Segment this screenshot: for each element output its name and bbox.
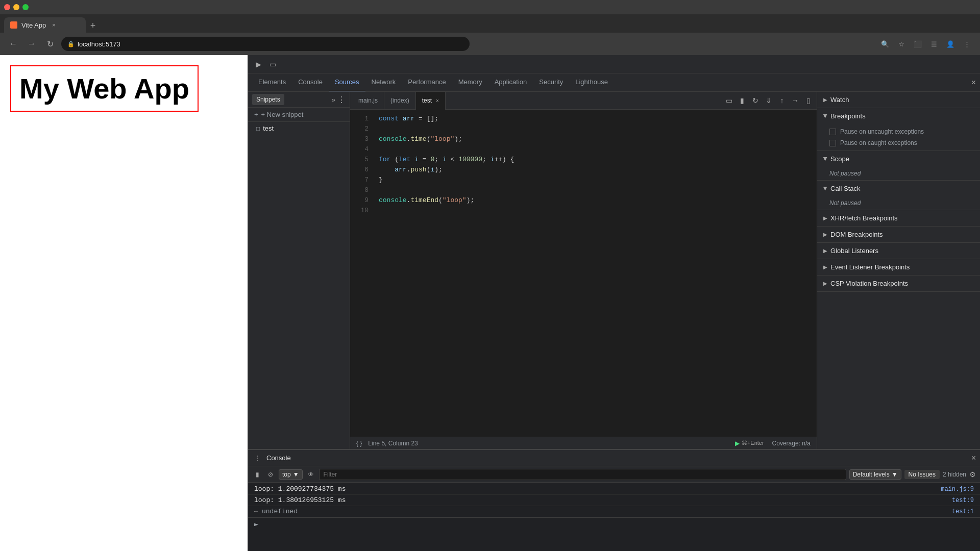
code-line-9: console.timeEnd("loop");	[375, 195, 817, 206]
snippet-item-test[interactable]: □ test	[248, 122, 350, 135]
step-into-button[interactable]: ↑	[776, 94, 788, 107]
tab-network[interactable]: Network	[365, 73, 402, 92]
code-editor: main.js (index) test × ▭ ▮ ↻	[350, 92, 817, 449]
tab-application[interactable]: Application	[488, 73, 533, 92]
tab-performance[interactable]: Performance	[402, 73, 452, 92]
tab-memory[interactable]: Memory	[452, 73, 488, 92]
run-snippet-button[interactable]: ▶ ⌘+Enter	[735, 440, 764, 447]
breakpoints-label: Breakpoints	[830, 112, 866, 120]
pause-caught-checkbox[interactable]	[829, 140, 836, 146]
editor-tabs: main.js (index) test × ▭ ▮ ↻	[350, 92, 817, 110]
console-context-select[interactable]: top ▼	[279, 469, 303, 480]
editor-tab-test-label: test	[422, 97, 432, 104]
step-out-button[interactable]: →	[789, 94, 801, 107]
title-bar	[0, 0, 980, 14]
event-section: ▶ Event Listener Breakpoints	[817, 259, 980, 276]
console-message-1-source[interactable]: main.js:9	[941, 486, 974, 493]
breakpoints-header[interactable]: ▶ Breakpoints	[817, 108, 980, 124]
watch-arrow-icon: ▶	[823, 97, 827, 103]
snippet-icon: □	[256, 125, 260, 132]
xhr-section: ▶ XHR/fetch Breakpoints	[817, 210, 980, 227]
pause-uncaught-checkbox[interactable]	[829, 129, 836, 135]
refresh-button[interactable]: ↻	[749, 94, 762, 107]
split-editor-button[interactable]: ▭	[723, 94, 735, 107]
console-settings-icon[interactable]: ⋮	[252, 453, 262, 463]
console-settings-gear[interactable]: ⚙	[969, 470, 976, 479]
tab-sources[interactable]: Sources	[329, 73, 365, 92]
address-bar[interactable]: 🔒 localhost:5173	[61, 37, 470, 51]
console-eye-button[interactable]: 👁	[306, 469, 316, 480]
coverage-text: Coverage: n/a	[772, 440, 811, 447]
pause-uncaught-item[interactable]: Pause on uncaught exceptions	[817, 126, 980, 137]
profile-button[interactable]: 👤	[943, 37, 958, 51]
editor-tab-test[interactable]: test ×	[416, 92, 446, 110]
code-content[interactable]: 1 2 3 4 5 6 7 8 9 10 const arr = [	[350, 110, 817, 437]
console-title: Console	[266, 454, 291, 462]
xhr-label: XHR/fetch Breakpoints	[830, 214, 898, 222]
maximize-window-button[interactable]	[22, 4, 29, 10]
tab-elements[interactable]: Elements	[252, 73, 292, 92]
browser-tab-vite[interactable]: Vite App ×	[4, 17, 86, 33]
console-message-3-source[interactable]: test:1	[952, 508, 974, 515]
console-close-button[interactable]: ×	[971, 454, 976, 463]
tab-title: Vite App	[21, 21, 46, 29]
scope-header[interactable]: ▶ Scope	[817, 151, 980, 167]
code-line-4	[375, 144, 817, 155]
sidebar-toggle-button[interactable]: ☰	[927, 37, 941, 51]
debugger-panel: ▶ Watch ▶ Breakpoints Pa	[817, 92, 980, 449]
console-message-2-text: loop: 1.380126953125 ms	[254, 496, 952, 504]
call-stack-header[interactable]: ▶ Call Stack	[817, 181, 980, 196]
devtools-tabs: Elements Console Sources Network Perform…	[248, 73, 980, 92]
dom-header[interactable]: ▶ DOM Breakpoints	[817, 227, 980, 242]
console-sidebar-toggle[interactable]: ▮	[252, 469, 262, 480]
status-right: ▶ ⌘+Enter Coverage: n/a	[735, 440, 811, 447]
minimize-window-button[interactable]	[13, 4, 19, 10]
zoom-button[interactable]: 🔍	[878, 37, 892, 51]
reload-button[interactable]: ↻	[43, 37, 57, 51]
device-toolbar-button[interactable]: ▭	[266, 58, 279, 70]
xhr-arrow-icon: ▶	[823, 215, 827, 221]
breakpoints-content: Pause on uncaught exceptions Pause on ca…	[817, 124, 980, 151]
editor-tab-test-close[interactable]: ×	[436, 98, 439, 104]
code-line-1: const arr = [];	[375, 114, 817, 124]
event-header[interactable]: ▶ Event Listener Breakpoints	[817, 259, 980, 275]
bookmark-button[interactable]: ☆	[894, 37, 909, 51]
new-tab-button[interactable]: +	[86, 18, 100, 33]
console-clear-button[interactable]: ⊘	[265, 469, 276, 480]
console-filter-input[interactable]	[319, 469, 846, 480]
tab-lighthouse[interactable]: Lighthouse	[569, 73, 614, 92]
editor-tab-index-label: (index)	[390, 97, 409, 104]
sidebar-more-button[interactable]: »	[332, 96, 335, 104]
sources-sidebar: Snippets » ⋮ + + New snippet □ test	[248, 92, 350, 449]
step-over-button[interactable]: ⇓	[763, 94, 775, 107]
editor-tab-main[interactable]: main.js	[352, 92, 384, 110]
traffic-lights	[4, 4, 29, 10]
new-snippet-button[interactable]: + + New snippet	[248, 108, 350, 122]
inspect-element-button[interactable]: ▶	[252, 58, 264, 70]
tab-close-button[interactable]: ×	[52, 22, 55, 28]
console-messages: loop: 1.200927734375 ms main.js:9 loop: …	[248, 483, 980, 551]
console-levels-select[interactable]: Default levels ▼	[849, 469, 901, 480]
watch-header[interactable]: ▶ Watch	[817, 92, 980, 108]
close-window-button[interactable]	[4, 4, 10, 10]
forward-button[interactable]: →	[24, 37, 39, 51]
tab-console[interactable]: Console	[292, 73, 329, 92]
call-stack-label: Call Stack	[830, 185, 861, 192]
extensions-button[interactable]: ⬛	[911, 37, 925, 51]
menu-button[interactable]: ⋮	[960, 37, 974, 51]
sidebar-options-button[interactable]: ⋮	[337, 95, 346, 105]
tab-security[interactable]: Security	[533, 73, 569, 92]
editor-tab-index[interactable]: (index)	[384, 92, 416, 110]
deactivate-breakpoints-button[interactable]: ▯	[802, 94, 815, 107]
csp-header[interactable]: ▶ CSP Violation Breakpoints	[817, 276, 980, 291]
webapp-title: My Web App	[10, 65, 199, 112]
devtools-close-button[interactable]: ×	[971, 78, 976, 87]
back-button[interactable]: ←	[6, 37, 20, 51]
pause-caught-item[interactable]: Pause on caught exceptions	[817, 137, 980, 148]
global-header[interactable]: ▶ Global Listeners	[817, 243, 980, 259]
snippets-tab[interactable]: Snippets	[252, 94, 284, 105]
xhr-header[interactable]: ▶ XHR/fetch Breakpoints	[817, 210, 980, 226]
console-message-2-source[interactable]: test:9	[952, 497, 974, 504]
line-num-4: 4	[350, 144, 375, 155]
split-editor-v-button[interactable]: ▮	[736, 94, 748, 107]
